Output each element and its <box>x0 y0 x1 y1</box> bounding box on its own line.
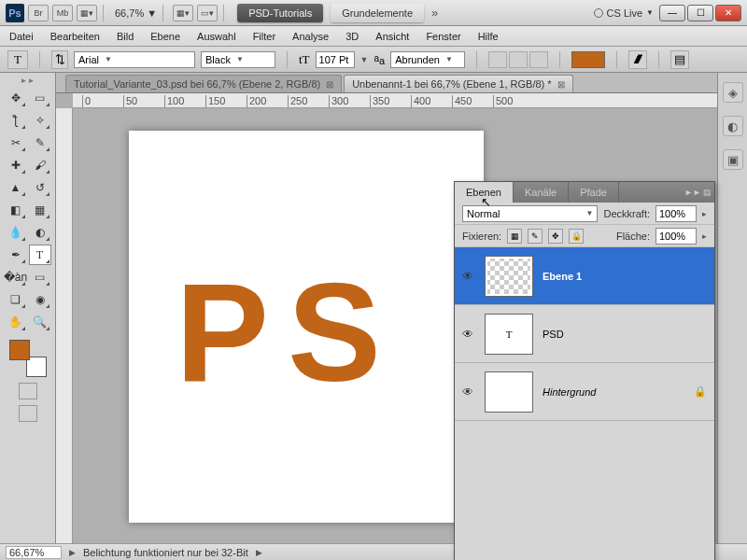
type-tool[interactable]: T <box>29 245 51 265</box>
blend-mode-select[interactable]: Normal▼ <box>462 205 598 222</box>
screen-mode-button[interactable]: ▭▾ <box>197 5 218 21</box>
quick-mask-toggle[interactable] <box>19 383 37 399</box>
minibridge-button[interactable]: Mb <box>52 5 73 21</box>
hand-tool[interactable]: ✋ <box>5 312 27 332</box>
font-family-select[interactable]: Arial▼ <box>74 51 195 68</box>
tab-pfade[interactable]: Pfade <box>569 182 619 203</box>
warp-text-button[interactable]: 🙼 <box>628 50 647 69</box>
visibility-icon[interactable]: 👁 <box>462 328 475 341</box>
layer-name[interactable]: PSD <box>543 329 707 340</box>
lock-all-button[interactable]: 🔒 <box>569 229 584 244</box>
layer-thumbnail[interactable]: ↖ <box>485 256 533 297</box>
close-tab-icon[interactable]: ⊠ <box>557 79 565 90</box>
document-tab[interactable]: Tutorial_Variante_03.psd bei 66,7% (Eben… <box>65 75 342 92</box>
eraser-tool[interactable]: ◧ <box>5 200 27 220</box>
status-chevron-icon[interactable]: ▶ <box>69 548 76 557</box>
text-orientation-button[interactable]: ⇅ <box>51 50 68 69</box>
lasso-tool[interactable]: ƪ <box>5 110 27 131</box>
history-brush-tool[interactable]: ↺ <box>29 177 51 198</box>
cs-live-button[interactable]: CS Live▼ <box>594 7 654 19</box>
menu-analyse[interactable]: Analyse <box>292 31 329 42</box>
dodge-tool[interactable]: ◐ <box>29 222 51 243</box>
tab-kanaele[interactable]: Kanäle <box>514 182 569 203</box>
lock-position-button[interactable]: ✥ <box>548 229 563 244</box>
visibility-icon[interactable]: 👁 <box>462 270 475 283</box>
text-align-group[interactable] <box>488 51 548 68</box>
character-panel-button[interactable]: ▤ <box>670 50 689 69</box>
pen-tool[interactable]: ✒ <box>5 245 27 265</box>
healing-tool[interactable]: ✚ <box>5 155 27 175</box>
visibility-icon[interactable]: 👁 <box>462 385 475 399</box>
view-extras-button[interactable]: ▦▾ <box>77 5 97 21</box>
collapse-icon[interactable]: ►► <box>684 188 699 197</box>
menu-bild[interactable]: Bild <box>117 31 134 42</box>
font-style-select[interactable]: Black▼ <box>201 51 275 68</box>
close-tab-icon[interactable]: ⊠ <box>326 79 333 90</box>
layer-row[interactable]: 👁 Hintergrund 🔒 <box>455 363 714 421</box>
tool-preset-button[interactable]: T <box>7 50 28 69</box>
arrange-docs-button[interactable]: ▦▾ <box>173 5 193 21</box>
canvas[interactable]: PS <box>129 131 484 523</box>
menu-bearbeiten[interactable]: Bearbeiten <box>50 31 100 42</box>
document-tab-active[interactable]: Unbenannt-1 bei 66,7% (Ebene 1, RGB/8) *… <box>344 75 572 92</box>
menu-datei[interactable]: Datei <box>9 31 34 42</box>
text-color-chip[interactable] <box>571 51 605 68</box>
status-chevron-icon[interactable]: ▶ <box>256 548 262 557</box>
maximize-button[interactable]: ☐ <box>687 5 713 21</box>
layers-panel: Ebenen Kanäle Pfade ►► ▤ Normal▼ Deckkra… <box>454 181 715 560</box>
brush-tool[interactable]: 🖌 <box>29 155 51 175</box>
magic-wand-tool[interactable]: ✧ <box>29 110 51 131</box>
stamp-tool[interactable]: ▲ <box>5 177 27 198</box>
menu-hilfe[interactable]: Hilfe <box>478 31 499 42</box>
lock-transparency-button[interactable]: ▦ <box>507 229 522 244</box>
document-tabs: Tutorial_Variante_03.psd bei 66,7% (Eben… <box>56 73 717 93</box>
menu-auswahl[interactable]: Auswahl <box>197 31 236 42</box>
canvas-text-content: PS <box>176 252 400 413</box>
workspace-more-icon[interactable]: » <box>431 6 438 20</box>
gradient-tool[interactable]: ▦ <box>29 200 51 220</box>
bridge-button[interactable]: Br <box>28 5 49 21</box>
zoom-tool[interactable]: 🔍 <box>29 312 51 332</box>
workspace-tab-primary[interactable]: PSD-Tutorials <box>237 4 323 22</box>
layer-name[interactable]: Hintergrund <box>543 386 684 398</box>
move-tool[interactable]: ✥ <box>5 88 27 108</box>
adjustments-dock-icon[interactable]: ◐ <box>723 116 743 136</box>
layer-row[interactable]: 👁 T PSD <box>455 305 714 363</box>
menu-fenster[interactable]: Fenster <box>426 31 460 42</box>
menu-3d[interactable]: 3D <box>345 31 359 42</box>
menu-filter[interactable]: Filter <box>253 31 275 42</box>
layer-thumbnail[interactable] <box>485 371 533 413</box>
foreground-background-colors[interactable] <box>9 340 47 377</box>
fill-field[interactable]: 100% <box>655 228 697 245</box>
opacity-field[interactable]: 100% <box>655 205 697 222</box>
crop-tool[interactable]: ✂ <box>5 133 27 153</box>
font-size-field[interactable]: 107 Pt <box>316 51 355 68</box>
panel-menu-icon[interactable]: ▤ <box>699 188 714 197</box>
antialias-select[interactable]: Abrunden▼ <box>390 51 465 68</box>
3d-camera-tool[interactable]: ◉ <box>29 289 51 310</box>
blur-tool[interactable]: 💧 <box>5 222 27 243</box>
screen-mode-toggle[interactable] <box>19 405 37 422</box>
layers-dock-icon[interactable]: ◈ <box>723 82 743 103</box>
foreground-color[interactable] <box>9 340 30 360</box>
menu-ebene[interactable]: Ebene <box>150 31 180 42</box>
layer-name[interactable]: Ebene 1 <box>543 271 707 282</box>
zoom-select[interactable]: 66,7% ▼ <box>115 7 157 19</box>
marquee-tool[interactable]: ▭ <box>29 88 51 108</box>
menu-ansicht[interactable]: Ansicht <box>375 31 409 42</box>
zoom-field[interactable]: 66,67% <box>6 546 62 559</box>
path-select-tool[interactable]: �àn <box>5 267 27 287</box>
layer-row[interactable]: 👁 ↖ Ebene 1 <box>455 247 714 305</box>
layer-thumbnail[interactable]: T <box>485 314 533 355</box>
tab-ebenen[interactable]: Ebenen <box>455 182 514 203</box>
styles-dock-icon[interactable]: ▣ <box>723 149 743 170</box>
lock-pixels-button[interactable]: ✎ <box>528 229 543 244</box>
panel-tabs: Ebenen Kanäle Pfade ►► ▤ <box>455 182 714 203</box>
eyedropper-tool[interactable]: ✎ <box>29 133 51 153</box>
shape-tool[interactable]: ▭ <box>29 267 51 287</box>
toolbox-grip[interactable]: ►► <box>5 77 51 84</box>
close-button[interactable]: ✕ <box>715 5 741 21</box>
3d-tool[interactable]: ❏ <box>5 289 27 310</box>
workspace-tab-secondary[interactable]: Grundelemente <box>331 4 424 22</box>
minimize-button[interactable]: — <box>659 5 685 21</box>
